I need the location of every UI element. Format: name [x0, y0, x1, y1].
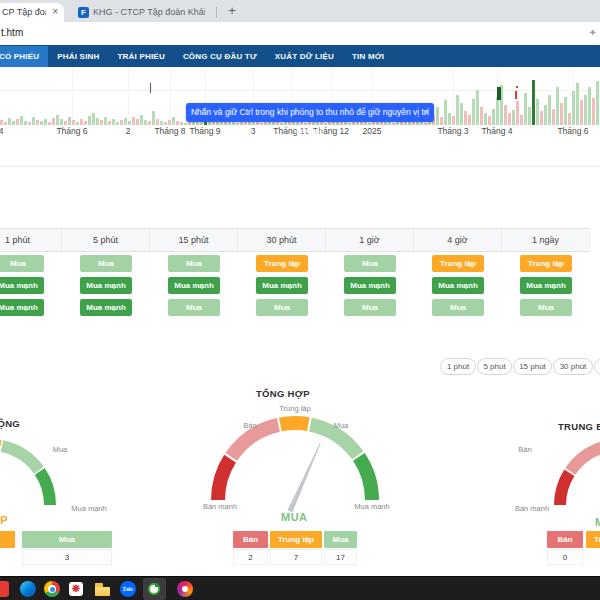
- volume-bar: [524, 93, 527, 125]
- volume-bar: [584, 95, 587, 125]
- volume-bar: [576, 83, 579, 125]
- nav-item-2[interactable]: TRÁI PHIẾU: [109, 46, 174, 68]
- time-axis-label: 2025: [363, 126, 382, 136]
- gauge-label-neutral: Trung lập: [279, 404, 310, 413]
- file-explorer-icon[interactable]: [94, 580, 112, 598]
- timeframe-header: 1 giờ: [326, 229, 414, 251]
- partial-app-icon[interactable]: [0, 580, 10, 598]
- volume-bar: [8, 118, 11, 125]
- summary-buy-header: Mua: [324, 531, 357, 548]
- volume-bar: [176, 121, 179, 125]
- summary-sell-header: Bán: [233, 531, 268, 548]
- volume-bar: [128, 121, 131, 125]
- volume-bar: [428, 122, 431, 125]
- volume-bar: [124, 118, 127, 125]
- volume-bar: [440, 117, 443, 125]
- volume-bar: [168, 120, 171, 125]
- browser-tab-strip: CP Tập đoàn Khải H × F KHG - CTCP Tập đo…: [0, 0, 600, 22]
- volume-bar: [88, 116, 91, 125]
- tab-close-icon[interactable]: ×: [52, 6, 58, 17]
- volume-bar: [56, 115, 59, 125]
- stock-app-icon[interactable]: [145, 580, 163, 598]
- volume-bar: [344, 122, 347, 125]
- gauge-segment: [279, 416, 310, 431]
- nav-item-1[interactable]: PHÁI SINH: [48, 46, 108, 68]
- timeframe-pill-3[interactable]: 30 phút: [553, 358, 593, 375]
- time-axis-label: Tháng 8: [154, 126, 185, 136]
- volume-bar: [488, 116, 491, 125]
- volume-bar: [592, 98, 595, 125]
- volume-bar: [468, 115, 471, 125]
- photos-icon[interactable]: [176, 580, 194, 598]
- volume-bar: [76, 122, 79, 125]
- extension-icon[interactable]: ✦: [589, 27, 597, 38]
- volume-bar: [4, 122, 7, 125]
- timeframe-pill-4[interactable]: 1 giờ: [594, 358, 600, 375]
- timeframe-header: 1 phút: [0, 229, 62, 251]
- gauge-title-moving-averages: TRUNG BÌNH ĐỘNG: [558, 421, 600, 432]
- new-tab-button[interactable]: +: [224, 3, 240, 19]
- volume-bar: [436, 107, 439, 125]
- timeframe-pill-2[interactable]: 15 phút: [513, 358, 552, 375]
- time-axis-label: Tháng 6: [557, 126, 588, 136]
- volume-bar: [460, 103, 463, 125]
- ma-sell-count: 0: [547, 549, 583, 565]
- oscillators-buy-count: 3: [22, 549, 112, 565]
- volume-bar: [580, 100, 583, 125]
- time-axis-label: Tháng 4: [481, 126, 512, 136]
- volume-bar: [80, 119, 83, 125]
- signal-badge: Mua mạnh: [0, 299, 44, 316]
- volume-bar: [532, 80, 535, 125]
- gauge-label-strong-buy: Mua mạnh: [71, 504, 106, 513]
- timeframe-pill-0[interactable]: 1 phút: [440, 358, 476, 375]
- nav-item-0[interactable]: CỔ PHIẾU: [0, 46, 48, 68]
- volume-bar: [60, 119, 63, 125]
- tab-separator: [216, 7, 217, 18]
- gauge-label-buy: Mua: [53, 445, 68, 454]
- oscillators-neutral-header: [0, 531, 15, 548]
- gauge-label-strong-sell: Bán mạnh: [203, 502, 237, 511]
- volume-bar: [448, 113, 451, 125]
- browser-tab-inactive[interactable]: F KHG - CTCP Tập đoàn Khải Hoà: [72, 3, 212, 22]
- volume-bar: [464, 111, 467, 125]
- ma-sell-header: Bán: [547, 531, 583, 548]
- signal-badge: Mua: [520, 299, 572, 316]
- edge-icon[interactable]: [19, 580, 37, 598]
- volume-bar: [12, 121, 15, 125]
- volume-bar: [472, 99, 475, 125]
- gauge-segment: [1, 440, 44, 473]
- summary-neutral-count: 7: [270, 549, 322, 565]
- volume-bar: [0, 120, 3, 125]
- url-text[interactable]: t.htm: [1, 27, 23, 38]
- url-bar[interactable]: t.htm ✦: [0, 22, 600, 46]
- browser-tab-active[interactable]: CP Tập đoàn Khải H ×: [0, 3, 64, 22]
- nav-item-4[interactable]: XUẤT DỮ LIỆU: [266, 46, 343, 68]
- red-utility-icon[interactable]: ❋: [67, 580, 85, 598]
- tooltip-close-icon[interactable]: ×: [423, 103, 429, 122]
- volume-bar: [552, 109, 555, 125]
- volume-bar: [536, 99, 539, 125]
- volume-bar: [112, 119, 115, 125]
- signal-badge: Mua: [344, 255, 396, 272]
- volume-bar: [40, 121, 43, 125]
- volume-bar: [92, 113, 95, 125]
- zalo-icon[interactable]: Zalo: [119, 580, 137, 598]
- summary-neutral-header: Trung lập: [270, 531, 322, 548]
- signal-badge: Mua mạnh: [80, 277, 132, 294]
- volume-bar: [480, 107, 483, 125]
- volume-bar: [28, 122, 31, 125]
- volume-bar: [148, 121, 151, 125]
- windows-taskbar: ❋ Zalo: [0, 576, 600, 600]
- nav-item-3[interactable]: CÔNG CỤ ĐẦU TƯ: [174, 46, 266, 68]
- volume-bar: [268, 122, 271, 125]
- gauge-label-strong-sell: Bán mạnh: [515, 504, 549, 513]
- volume-bar: [412, 122, 415, 125]
- signal-badge: Mua: [168, 255, 220, 272]
- volume-bar: [104, 117, 107, 125]
- nav-item-5[interactable]: TIN MỚI: [343, 46, 393, 68]
- price-volume-chart[interactable]: Tháng 4Tháng 62Tháng 8Tháng 93Tháng 11Th…: [0, 67, 600, 167]
- volume-bar: [84, 121, 87, 125]
- gauge-label-sell: Bán: [518, 445, 531, 454]
- chrome-icon[interactable]: [43, 580, 61, 598]
- timeframe-pill-1[interactable]: 5 phút: [477, 358, 512, 375]
